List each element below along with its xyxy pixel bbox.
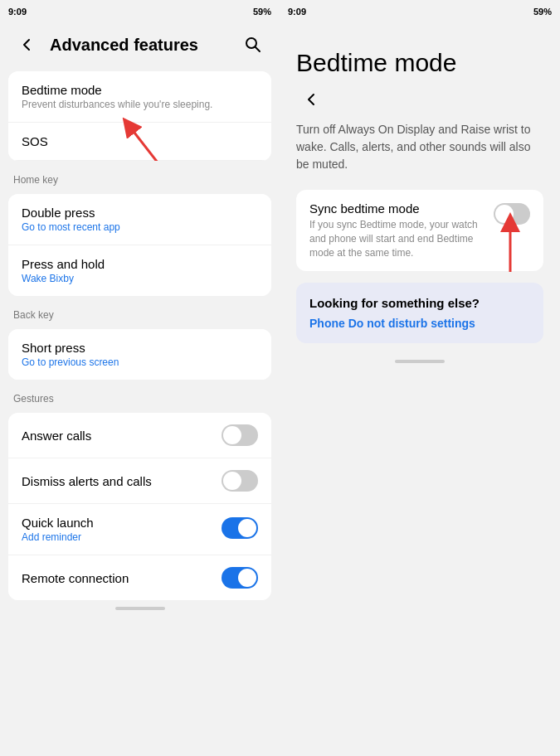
- sync-title: Sync bedtime mode: [309, 201, 485, 216]
- left-status-time: 9:09: [8, 7, 27, 17]
- svg-point-0: [246, 38, 256, 48]
- back-key-card: Short press Go to previous screen: [8, 329, 271, 380]
- double-press-title: Double press: [22, 206, 258, 220]
- quick-launch-toggle[interactable]: [222, 517, 258, 539]
- gestures-card: Answer calls Dismiss alerts and calls Qu…: [8, 413, 271, 600]
- quick-launch-item[interactable]: Quick launch Add reminder: [8, 504, 271, 555]
- right-status-battery: 59%: [533, 7, 552, 17]
- quick-launch-title: Quick launch: [22, 516, 94, 530]
- bedtime-mode-title: Bedtime mode: [22, 83, 258, 97]
- answer-calls-title: Answer calls: [22, 429, 91, 443]
- remote-connection-title: Remote connection: [22, 571, 129, 585]
- remote-connection-item[interactable]: Remote connection: [8, 555, 271, 600]
- sync-subtitle: If you sync Bedtime mode, your watch and…: [309, 218, 485, 259]
- main-settings-card: Bedtime mode Prevent disturbances while …: [8, 71, 271, 161]
- gestures-section-label: Gestures: [0, 385, 280, 408]
- dnd-settings-link[interactable]: Phone Do not disturb settings: [309, 317, 530, 330]
- right-scroll-hint: [395, 360, 445, 363]
- right-status-time: 9:09: [288, 7, 306, 17]
- right-back-button[interactable]: [296, 85, 326, 114]
- quick-launch-subtitle: Add reminder: [22, 531, 94, 543]
- scroll-hint: [115, 607, 165, 610]
- sos-item[interactable]: SOS: [8, 123, 271, 161]
- left-panel: 9:09 59% Advanced features Bedtime mode …: [0, 0, 280, 756]
- sos-title: SOS: [22, 134, 258, 148]
- answer-calls-item[interactable]: Answer calls: [8, 413, 271, 458]
- answer-calls-toggle[interactable]: [222, 424, 258, 446]
- double-press-item[interactable]: Double press Go to most recent app: [8, 194, 271, 245]
- sync-toggle[interactable]: [494, 203, 530, 225]
- remote-connection-toggle[interactable]: [222, 567, 258, 589]
- press-hold-item[interactable]: Press and hold Wake Bixby: [8, 245, 271, 296]
- bedtime-description: Turn off Always On Display and Raise wri…: [296, 121, 543, 173]
- short-press-item[interactable]: Short press Go to previous screen: [8, 329, 271, 380]
- dismiss-alerts-item[interactable]: Dismiss alerts and calls: [8, 458, 271, 504]
- search-button[interactable]: [238, 30, 268, 60]
- double-press-subtitle: Go to most recent app: [22, 221, 258, 233]
- bedtime-mode-item[interactable]: Bedtime mode Prevent disturbances while …: [8, 71, 271, 123]
- home-key-card: Double press Go to most recent app Press…: [8, 194, 271, 296]
- left-top-bar: Advanced features: [0, 23, 280, 66]
- short-press-subtitle: Go to previous screen: [22, 356, 258, 368]
- left-status-battery: 59%: [253, 7, 271, 17]
- home-key-section-label: Home key: [0, 166, 280, 189]
- looking-card: Looking for something else? Phone Do not…: [296, 283, 543, 343]
- back-key-section-label: Back key: [0, 301, 280, 324]
- left-status-bar: 9:09 59%: [0, 0, 280, 23]
- dismiss-alerts-title: Dismiss alerts and calls: [22, 474, 152, 488]
- press-hold-subtitle: Wake Bixby: [22, 273, 258, 284]
- bedtime-mode-page-title: Bedtime mode: [296, 48, 543, 78]
- right-content: Bedtime mode Turn off Always On Display …: [280, 23, 560, 756]
- right-status-bar: 9:09 59%: [280, 0, 560, 23]
- dismiss-alerts-toggle[interactable]: [222, 470, 258, 492]
- press-hold-title: Press and hold: [22, 257, 258, 271]
- back-button[interactable]: [12, 30, 41, 60]
- left-content: Bedtime mode Prevent disturbances while …: [0, 66, 280, 756]
- sync-card: Sync bedtime mode If you sync Bedtime mo…: [296, 190, 543, 271]
- page-title: Advanced features: [50, 36, 230, 55]
- bedtime-mode-subtitle: Prevent disturbances while you're sleepi…: [22, 99, 258, 110]
- right-panel: 9:09 59% Bedtime mode Turn off Always On…: [280, 0, 560, 756]
- looking-title: Looking for something else?: [309, 296, 530, 310]
- short-press-title: Short press: [22, 341, 258, 355]
